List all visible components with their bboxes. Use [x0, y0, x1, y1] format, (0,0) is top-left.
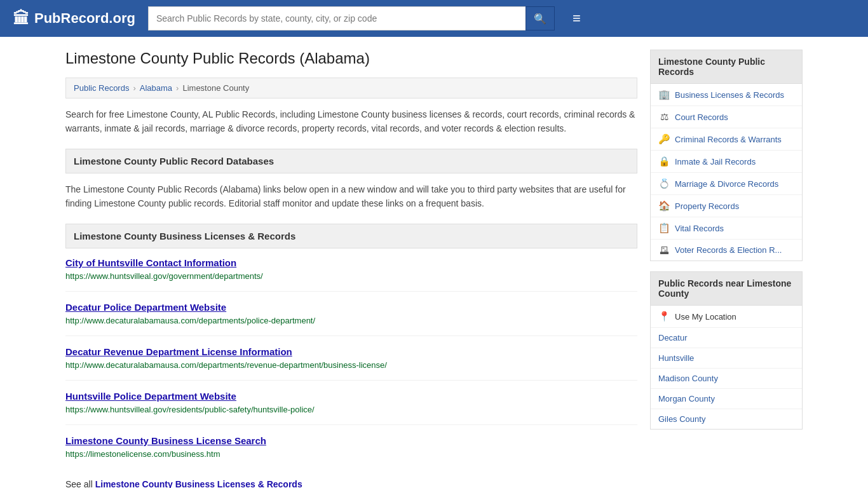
record-item: Decatur Police Department Website http:/…	[65, 302, 637, 336]
search-button[interactable]: 🔍	[526, 6, 555, 30]
sidebar-item-business-licenses[interactable]: 🏢 Business Licenses & Records	[651, 84, 802, 106]
sidebar-label-court: Court Records	[675, 112, 728, 122]
record-title-2[interactable]: Decatur Revenue Department License Infor…	[65, 346, 637, 357]
breadcrumb-limestone-county: Limestone County	[182, 83, 249, 93]
rings-icon: 💍	[658, 178, 670, 189]
sidebar-public-records-header: Limestone County Public Records	[651, 50, 802, 84]
see-all: See all Limestone County Business Licens…	[65, 479, 637, 488]
sidebar-label-vital: Vital Records	[675, 224, 724, 233]
see-all-link[interactable]: Limestone County Business Licenses & Rec…	[95, 479, 302, 488]
sidebar-item-vital-records[interactable]: 📋 Vital Records	[651, 217, 802, 240]
databases-description: The Limestone County Public Records (Ala…	[65, 182, 637, 211]
business-section-header: Limestone County Business Licenses & Rec…	[65, 224, 637, 248]
sidebar-label-property: Property Records	[675, 201, 739, 211]
sidebar-nearby-box: Public Records near Limestone County 📍 U…	[650, 271, 803, 430]
page-title: Limestone County Public Records (Alabama…	[65, 50, 637, 67]
use-location-label: Use My Location	[675, 312, 736, 322]
logo-icon: 🏛	[13, 9, 29, 29]
record-url-0[interactable]: https://www.huntsvilleal.gov/government/…	[65, 271, 263, 281]
sidebar-item-court-records[interactable]: ⚖ Court Records	[651, 106, 802, 128]
sidebar-nearby-huntsville[interactable]: Huntsville	[651, 348, 802, 369]
house-icon: 🏠	[658, 200, 670, 212]
record-item: Limestone County Business License Search…	[65, 435, 637, 469]
record-item: City of Huntsville Contact Information h…	[65, 257, 637, 292]
record-url-2[interactable]: http://www.decaturalabamausa.com/departm…	[65, 360, 387, 370]
sidebar-label-voter: Voter Records & Election R...	[675, 245, 782, 255]
breadcrumb-alabama[interactable]: Alabama	[140, 83, 172, 93]
sidebar-label-business: Business Licenses & Records	[675, 90, 784, 100]
sidebar-label-inmate: Inmate & Jail Records	[675, 157, 756, 166]
sidebar-label-criminal: Criminal Records & Warrants	[675, 135, 782, 144]
location-pin-icon: 📍	[658, 311, 670, 322]
logo[interactable]: 🏛 PubRecord.org	[13, 9, 135, 29]
sidebar-item-marriage-records[interactable]: 💍 Marriage & Divorce Records	[651, 173, 802, 195]
see-all-text: See all	[65, 479, 95, 488]
menu-icon: ≡	[573, 10, 581, 26]
record-title-3[interactable]: Huntsville Police Department Website	[65, 391, 637, 402]
sidebar-use-location[interactable]: 📍 Use My Location	[651, 306, 802, 328]
key-icon: 🔑	[658, 133, 670, 145]
sidebar-item-criminal-records[interactable]: 🔑 Criminal Records & Warrants	[651, 128, 802, 151]
breadcrumb-sep-2: ›	[176, 83, 179, 93]
search-area: 🔍	[148, 6, 555, 30]
menu-button[interactable]: ≡	[567, 9, 586, 28]
main-container: Limestone County Public Records (Alabama…	[53, 37, 815, 488]
clipboard-icon: 📋	[658, 222, 670, 234]
content-area: Limestone County Public Records (Alabama…	[65, 50, 637, 488]
building-icon: 🏢	[658, 89, 670, 100]
sidebar-nearby-morgan-county[interactable]: Morgan County	[651, 389, 802, 409]
record-url-4[interactable]: https://limestonelicense.com/business.ht…	[65, 449, 220, 459]
databases-section-header: Limestone County Public Record Databases	[65, 149, 637, 173]
sidebar-item-voter-records[interactable]: 🗳 Voter Records & Election R...	[651, 240, 802, 261]
record-url-1[interactable]: http://www.decaturalabamausa.com/departm…	[65, 316, 315, 325]
sidebar-nearby-giles-county[interactable]: Giles County	[651, 409, 802, 429]
breadcrumb-sep-1: ›	[133, 83, 135, 93]
sidebar-item-property-records[interactable]: 🏠 Property Records	[651, 195, 802, 217]
breadcrumb: Public Records › Alabama › Limestone Cou…	[65, 78, 637, 98]
record-item: Huntsville Police Department Website htt…	[65, 391, 637, 425]
header: 🏛 PubRecord.org 🔍 ≡	[0, 0, 868, 37]
sidebar-label-marriage: Marriage & Divorce Records	[675, 179, 778, 189]
sidebar-item-inmate-records[interactable]: 🔒 Inmate & Jail Records	[651, 151, 802, 173]
scales-icon: ⚖	[658, 111, 670, 123]
sidebar-nearby-decatur[interactable]: Decatur	[651, 328, 802, 348]
breadcrumb-public-records[interactable]: Public Records	[74, 83, 129, 93]
sidebar-nearby-header: Public Records near Limestone County	[651, 272, 802, 306]
record-title-0[interactable]: City of Huntsville Contact Information	[65, 257, 637, 268]
record-title-4[interactable]: Limestone County Business License Search	[65, 435, 637, 446]
record-title-1[interactable]: Decatur Police Department Website	[65, 302, 637, 313]
sidebar-nearby-madison-county[interactable]: Madison County	[651, 369, 802, 389]
record-url-3[interactable]: https://www.huntsvilleal.gov/residents/p…	[65, 405, 315, 414]
sidebar-public-records-box: Limestone County Public Records 🏢 Busine…	[650, 50, 803, 261]
sidebar: Limestone County Public Records 🏢 Busine…	[650, 50, 803, 488]
logo-text: PubRecord.org	[34, 10, 135, 27]
search-icon: 🔍	[534, 13, 546, 25]
lock-icon: 🔒	[658, 156, 670, 167]
page-description: Search for free Limestone County, AL Pub…	[65, 107, 637, 136]
record-item: Decatur Revenue Department License Infor…	[65, 346, 637, 381]
ballot-icon: 🗳	[658, 245, 670, 255]
search-input[interactable]	[148, 6, 526, 30]
records-list: City of Huntsville Contact Information h…	[65, 257, 637, 469]
